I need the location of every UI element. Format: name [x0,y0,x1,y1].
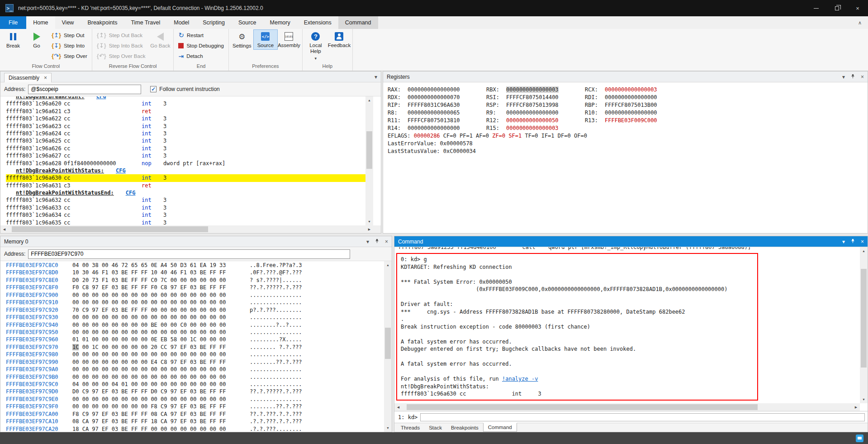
scroll-up-icon[interactable]: ▲ [365,96,373,104]
assembly-button[interactable]: 10101 Assembly [277,30,301,49]
panel-tab-command[interactable]: Command [483,423,517,432]
memory-row[interactable]: FFFFBE03EF97C9A000 00 00 00 00 00 00 00 … [6,366,384,373]
disasm-instruction-row[interactable]: fffff803`1c96a634ccint3 [6,211,373,219]
register[interactable]: R11:FFFFCF8075013810 [388,117,486,124]
memory-row[interactable]: FFFFBE03EF97C95000 00 00 00 00 00 00 00 … [6,329,384,336]
pin-icon[interactable] [850,239,855,245]
register[interactable]: R12:0000000000000050 [486,117,585,124]
scroll-down-icon[interactable]: ▼ [365,218,373,225]
disasm-instruction-row[interactable]: fffff803`1c96a632ccint3 [6,196,373,204]
notification-icon[interactable] [856,434,863,442]
go-button[interactable]: Go [25,30,48,50]
disasm-instruction-row[interactable]: fffff803`1c96a631c3ret [6,182,373,189]
disasm-instruction-row[interactable]: fffff803`1c96a620ccint3 [6,100,373,107]
memory-row[interactable]: FFFFBE03EF97C8C004 00 38 00 46 72 65 65 … [6,262,384,269]
cfg-link[interactable]: CFG [116,167,126,174]
disasm-instruction-row[interactable]: fffff803`1c96a621c3ret [6,108,373,115]
panel-menu-icon[interactable]: ▾ [842,239,845,245]
disassembly-address-input[interactable] [28,85,141,94]
register[interactable]: RBX:0000000000000003 [486,86,585,94]
detach-button[interactable]: ⇥ Detach [175,51,227,61]
collapse-ribbon-icon[interactable]: ∧ [852,16,868,29]
disasm-instruction-row[interactable]: fffff803`1c96a630ccint3 [6,174,373,181]
analyze-link[interactable]: !analyze -v [502,376,538,382]
register[interactable]: R14:0000000000000000 [388,124,486,132]
register[interactable]: R9:0000000000000000 [486,109,585,117]
close-panel-icon[interactable]: × [861,239,864,245]
disasm-instruction-row[interactable]: fffff803`1c96a625ccint3 [6,137,373,144]
pin-icon[interactable] [375,239,379,245]
disasm-instruction-row[interactable]: fffff803`1c96a626ccint3 [6,145,373,152]
ribbon-tab-file[interactable]: File [0,16,26,29]
scroll-left-icon[interactable]: ◀ [0,225,8,233]
disasm-symbol-row[interactable]: nt!DbgBreakPointWithStatus:CFG [6,167,373,174]
panel-tab-threads[interactable]: Threads [396,423,424,432]
local-help-button[interactable]: ? Local Help ▾ [304,30,327,62]
panel-tab-stack[interactable]: Stack [424,423,446,432]
feedback-button[interactable]: Feedback [327,30,351,49]
ribbon-tab-scripting[interactable]: Scripting [196,16,232,29]
disasm-instruction-row[interactable]: fffff803`1c96a622ccint3 [6,115,373,122]
scroll-up-icon[interactable]: ▲ [860,247,868,255]
ribbon-tab-time-travel[interactable]: Time Travel [124,16,167,29]
command-horizontal-scrollbar[interactable]: ◀ ▶ [394,403,860,411]
memory-row[interactable]: FFFFBE03EF97C98000 00 00 00 00 00 00 00 … [6,351,384,358]
ribbon-tab-breakpoints[interactable]: Breakpoints [81,16,124,29]
memory-row[interactable]: FFFFBE03EF97C99000 00 00 00 00 00 00 00 … [6,358,384,366]
scroll-up-icon[interactable]: ▲ [384,261,392,269]
register[interactable]: RAX:0000000000000000 [388,86,486,94]
step-over-back-button[interactable]: {↶} Step Over Back [94,51,149,61]
memory-row[interactable]: FFFFBE03EF97CA1008 CA 97 EF 03 BE FF FF … [6,418,384,425]
memory-row[interactable]: FFFFBE03EF97C8E0D0 20 73 F1 03 BE FF FF … [6,277,384,284]
scroll-right-icon[interactable]: ▶ [852,403,860,411]
memory-row[interactable]: FFFFBE03EF97C94000 00 00 00 00 00 00 00 … [6,321,384,329]
memory-row[interactable]: FFFFBE03EF97C96001 01 00 00 00 00 00 00 … [6,336,384,343]
memory-row[interactable]: FFFFBE03EF97C90000 00 00 00 00 00 00 00 … [6,291,384,299]
ribbon-tab-home[interactable]: Home [26,16,55,29]
go-back-button[interactable]: Go Back [148,30,172,50]
disasm-instruction-row[interactable]: fffff803`1c96a623ccint3 [6,123,373,130]
source-button[interactable]: </> Source [254,30,277,49]
memory-row[interactable]: FFFFBE03EF97C91000 00 00 00 00 00 00 00 … [6,299,384,306]
memory-address-input[interactable] [28,249,350,259]
register[interactable]: R13:FFFFBE03F009C000 [585,117,683,124]
scroll-right-icon[interactable]: ▶ [365,225,373,233]
close-tab-icon[interactable]: × [44,75,47,81]
follow-current-instruction-checkbox[interactable]: ✓ [150,86,157,92]
register[interactable]: RIP:FFFFF8031C96A630 [388,101,486,109]
command-vertical-scrollbar[interactable]: ▲ ▼ [860,247,868,403]
break-button[interactable]: Break [1,30,25,50]
panel-menu-icon[interactable]: ▾ [366,239,369,245]
command-output[interactable]: fffff807`3a891235 ff154d4e0100 call qwor… [394,247,860,403]
step-into-button[interactable]: {↧} Step Into [48,40,90,51]
memory-row[interactable]: FFFFBE03EF97C92070 C9 97 EF 03 BE FF FF … [6,306,384,314]
memory-vertical-scrollbar[interactable]: ▲ ▼ [384,261,392,432]
memory-row[interactable]: FFFFBE03EF97C8D010 30 46 F1 03 BE FF FF … [6,269,384,276]
register[interactable]: RDX:0000000000000070 [388,94,486,101]
scroll-down-icon[interactable]: ▼ [384,424,392,432]
ribbon-tab-model[interactable]: Model [167,16,196,29]
memory-row[interactable]: FFFFBE03EF97C9B000 00 00 00 00 00 00 00 … [6,373,384,381]
ribbon-tab-command[interactable]: Command [338,16,378,29]
register[interactable]: RBP:FFFFCF8075013B00 [585,101,683,109]
memory-row[interactable]: FFFFBE03EF97C9F000 00 00 00 00 00 00 00 … [6,403,384,410]
memory-row[interactable]: FFFFBE03EF97CA00F8 C9 97 EF 03 BE FF FF … [6,411,384,418]
register[interactable]: RDI:0000000000000000 [585,94,683,101]
restart-button[interactable]: ↻ Restart [175,30,227,40]
disasm-instruction-row[interactable]: fffff803`1c96a6280f1f840000000000nopdwor… [6,160,373,167]
cfg-link[interactable]: CFG [126,190,136,196]
maximize-button[interactable] [826,0,847,16]
register[interactable]: R8:0000000000000065 [388,109,486,117]
step-out-back-button[interactable]: {↥} Step Out Back [94,30,149,40]
close-button[interactable]: × [847,0,868,16]
scroll-left-icon[interactable]: ◀ [394,403,402,411]
disassembly-tab[interactable]: Disassembly × [4,73,52,82]
disasm-symbol-row[interactable]: nt!DbgUserBreakPoint:CFG [6,96,373,100]
memory-row[interactable]: FFFFBE03EF97C9E000 00 00 00 00 00 00 00 … [6,396,384,403]
cfg-link[interactable]: CFG [96,96,106,100]
disassembly-horizontal-scrollbar[interactable]: ◀ ▶ [0,225,373,233]
register[interactable]: RSI:FFFFCF8075014400 [486,94,585,101]
ribbon-tab-memory[interactable]: Memory [263,16,297,29]
close-panel-icon[interactable]: × [385,239,388,245]
disasm-instruction-row[interactable]: fffff803`1c96a633ccint3 [6,204,373,211]
